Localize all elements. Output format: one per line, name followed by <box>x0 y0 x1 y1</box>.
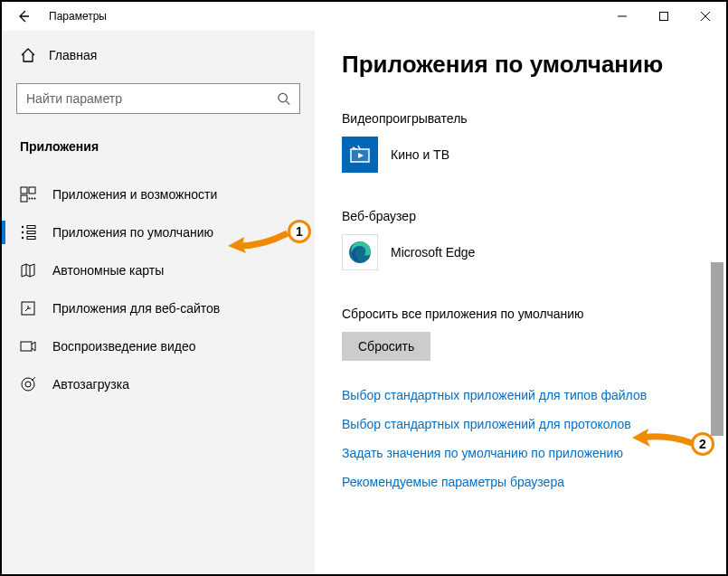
settings-window: Параметры Главная Приложения <box>0 0 728 576</box>
home-nav[interactable]: Главная <box>2 40 315 71</box>
annotation-arrow-2 <box>630 429 694 454</box>
home-icon <box>20 47 36 63</box>
svg-point-8 <box>29 198 31 200</box>
svg-point-12 <box>22 237 24 239</box>
titlebar: Параметры <box>2 2 726 31</box>
sidebar-item-apps-websites[interactable]: Приложения для веб-сайтов <box>2 289 315 327</box>
video-player-tile[interactable]: Кино и ТВ <box>342 137 699 173</box>
annotation-arrow-1 <box>226 226 289 253</box>
sidebar-item-video-playback[interactable]: Воспроизведение видео <box>2 327 315 365</box>
svg-rect-13 <box>27 226 35 229</box>
web-browser-heading: Веб-браузер <box>342 209 699 223</box>
apps-websites-icon <box>20 300 36 316</box>
maximize-button[interactable] <box>643 2 685 31</box>
svg-rect-4 <box>21 187 27 194</box>
close-button[interactable] <box>685 2 726 31</box>
sidebar-item-label: Приложения для веб-сайтов <box>52 301 220 316</box>
sidebar-item-label: Автономные карты <box>52 263 164 278</box>
web-browser-tile[interactable]: Microsoft Edge <box>342 234 699 270</box>
minimize-button[interactable] <box>601 2 643 31</box>
link-file-types[interactable]: Выбор стандартных приложений для типов ф… <box>342 388 699 402</box>
svg-rect-17 <box>21 342 32 351</box>
edge-icon <box>342 234 378 270</box>
link-browser-rec[interactable]: Рекомендуемые параметры браузера <box>342 475 699 489</box>
sidebar-item-label: Приложения по умолчанию <box>52 225 213 240</box>
sidebar: Главная Приложения Приложения и возможно… <box>2 31 315 574</box>
svg-point-2 <box>279 93 287 101</box>
video-player-heading: Видеопроигрыватель <box>342 111 699 126</box>
annotation-badge-1: 1 <box>288 220 311 243</box>
arrow-left-icon <box>16 9 31 24</box>
sidebar-section-title: Приложения <box>2 123 315 163</box>
sidebar-item-label: Приложения и возможности <box>52 187 217 202</box>
svg-point-10 <box>22 226 24 228</box>
window-body: Главная Приложения Приложения и возможно… <box>2 31 726 574</box>
sidebar-item-startup[interactable]: Автозагрузка <box>2 365 315 403</box>
svg-rect-15 <box>27 237 35 240</box>
svg-point-11 <box>22 231 24 233</box>
content-scrollbar[interactable] <box>711 81 723 569</box>
reset-button[interactable]: Сбросить <box>342 332 430 361</box>
svg-rect-5 <box>29 187 35 194</box>
default-apps-icon <box>20 224 36 241</box>
search-icon <box>277 91 290 106</box>
home-label: Главная <box>49 48 97 62</box>
page-title: Приложения по умолчанию <box>342 51 699 79</box>
minimize-icon <box>617 11 628 22</box>
apps-features-icon <box>20 186 36 203</box>
sidebar-item-label: Автозагрузка <box>52 377 129 392</box>
window-title: Параметры <box>49 10 601 23</box>
svg-point-19 <box>25 382 31 387</box>
svg-rect-14 <box>27 231 35 234</box>
offline-maps-icon <box>20 262 36 279</box>
svg-rect-1 <box>660 13 668 21</box>
svg-line-3 <box>286 101 289 105</box>
back-button[interactable] <box>2 2 45 31</box>
svg-point-7 <box>32 198 33 200</box>
video-player-app-label: Кино и ТВ <box>391 147 449 162</box>
video-playback-icon <box>20 338 36 354</box>
svg-point-9 <box>34 198 36 200</box>
reset-heading: Сбросить все приложения по умолчанию <box>342 307 699 321</box>
annotation-badge-2: 2 <box>691 432 714 456</box>
svg-rect-6 <box>21 195 27 202</box>
search-input[interactable] <box>26 91 277 106</box>
startup-icon <box>20 376 36 392</box>
sidebar-nav: Приложения и возможности Приложения по у… <box>2 175 315 403</box>
sidebar-item-offline-maps[interactable]: Автономные карты <box>2 251 315 289</box>
sidebar-item-label: Воспроизведение видео <box>52 339 195 354</box>
content-pane: Приложения по умолчанию Видеопроигрывате… <box>315 31 726 574</box>
search-box[interactable] <box>16 83 300 114</box>
scroll-thumb[interactable] <box>711 262 723 436</box>
close-icon <box>700 11 711 22</box>
web-browser-app-label: Microsoft Edge <box>391 245 475 260</box>
sidebar-item-apps-features[interactable]: Приложения и возможности <box>2 175 315 213</box>
maximize-icon <box>658 11 669 22</box>
movies-tv-icon <box>342 137 378 173</box>
